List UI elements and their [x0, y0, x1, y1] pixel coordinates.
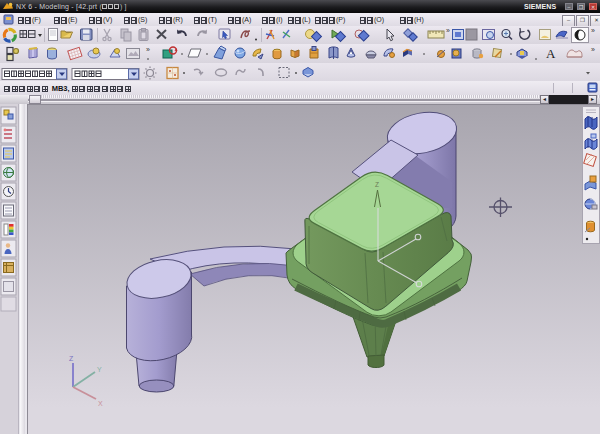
svg-text:»: »	[591, 46, 595, 53]
svg-text:»: »	[146, 46, 150, 53]
svg-text:»: »	[591, 27, 595, 34]
svg-text:»: »	[446, 27, 450, 34]
svg-text:A: A	[546, 46, 556, 61]
